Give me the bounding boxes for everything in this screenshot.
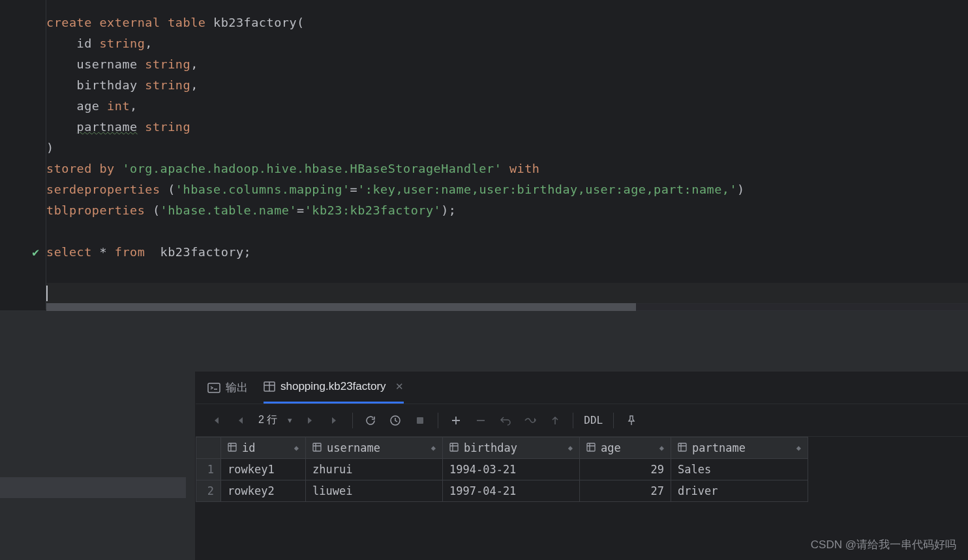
code-line[interactable]: serdeproperties ('hbase.columns.mapping'…	[46, 179, 968, 199]
add-row-button[interactable]	[445, 409, 467, 432]
column-header-age[interactable]: age◆	[580, 437, 671, 459]
cell-birthday[interactable]: 1994-03-21	[443, 459, 580, 480]
submit-button[interactable]	[519, 409, 541, 432]
code-line[interactable]: tblproperties ('hbase.table.name'='kb23:…	[46, 199, 968, 220]
code-pane[interactable]: create external table kb23factory( id st…	[46, 0, 968, 310]
code-line[interactable]: id string,	[46, 33, 968, 53]
code-token: with	[502, 162, 539, 175]
pin-button[interactable]	[620, 409, 643, 432]
code-token: kb23factory	[160, 245, 244, 259]
refresh-button[interactable]	[359, 409, 382, 432]
code-token	[138, 120, 145, 134]
column-header-username[interactable]: username◆	[306, 437, 443, 459]
cell-username[interactable]: liuwei	[306, 480, 443, 502]
code-token: =	[297, 203, 305, 217]
scrollbar-thumb[interactable]	[46, 303, 636, 311]
tab-output[interactable]: 输出	[207, 372, 248, 404]
code-token: username	[46, 57, 145, 71]
svg-rect-4	[228, 443, 236, 451]
upload-button[interactable]	[544, 409, 566, 432]
code-token: )	[737, 183, 745, 196]
dropdown-icon[interactable]: ▾	[284, 415, 296, 425]
history-button[interactable]	[384, 409, 406, 432]
code-line[interactable]	[46, 283, 968, 304]
table-row[interactable]: 1rowkey1zhurui1994-03-2129Sales	[196, 459, 808, 480]
code-token: (	[297, 16, 305, 29]
sort-icon: ◆	[294, 443, 299, 452]
next-page-button[interactable]	[299, 409, 321, 432]
code-line[interactable]: username string,	[46, 53, 968, 74]
cell-partname[interactable]: Sales	[671, 459, 808, 480]
sort-icon: ◆	[431, 443, 436, 452]
scrollbar-horizontal[interactable]	[46, 303, 968, 311]
code-token: id	[46, 37, 99, 50]
code-token: table	[168, 16, 213, 29]
result-table[interactable]: id◆username◆birthday◆age◆partname◆ 1rowk…	[196, 437, 808, 502]
cell-birthday[interactable]: 1997-04-21	[443, 480, 580, 502]
code-token: from	[115, 245, 160, 259]
column-label: username	[327, 441, 380, 454]
terminal-icon	[207, 383, 220, 393]
column-icon	[312, 443, 322, 454]
code-token: kb23factory	[213, 16, 297, 29]
cell-age[interactable]: 29	[580, 459, 671, 480]
column-label: id	[242, 441, 255, 454]
first-page-button[interactable]	[205, 409, 227, 432]
code-line[interactable]: )	[46, 137, 968, 158]
column-header-partname[interactable]: partname◆	[671, 437, 808, 459]
panel-gap	[0, 310, 968, 372]
close-icon[interactable]: ✕	[395, 381, 404, 392]
code-token: *	[99, 245, 114, 259]
code-token: string	[145, 120, 190, 134]
last-page-button[interactable]	[324, 409, 346, 432]
stop-button[interactable]	[409, 409, 431, 432]
ddl-button[interactable]: DDL	[580, 414, 607, 426]
column-icon	[586, 443, 596, 454]
column-header-id[interactable]: id◆	[221, 437, 306, 459]
result-toolbar: 2 行 ▾	[196, 404, 968, 437]
code-line[interactable]	[46, 220, 968, 241]
cell-id[interactable]: rowkey2	[221, 480, 306, 502]
cell-partname[interactable]: driver	[671, 480, 808, 502]
code-line[interactable]: select * from kb23factory;	[46, 241, 968, 262]
svg-rect-8	[678, 443, 686, 451]
code-line[interactable]	[46, 262, 968, 283]
svg-rect-0	[208, 383, 220, 392]
code-line[interactable]: age int,	[46, 95, 968, 116]
revert-button[interactable]	[494, 409, 517, 432]
column-icon	[449, 443, 459, 454]
code-line[interactable]: partname string	[46, 116, 968, 137]
tab-output-label: 输出	[226, 380, 248, 395]
cell-username[interactable]: zhurui	[306, 459, 443, 480]
code-token: serdeproperties	[46, 183, 168, 196]
svg-rect-3	[417, 417, 423, 424]
code-line[interactable]: create external table kb23factory(	[46, 12, 968, 33]
code-token: (	[153, 203, 160, 217]
column-label: birthday	[464, 441, 517, 454]
row-count-label: 2 行	[254, 413, 281, 427]
code-token: external	[99, 16, 168, 29]
editor-area: ✔ create external table kb23factory( id …	[0, 0, 968, 310]
tab-result-label: shopping.kb23factory	[280, 380, 386, 393]
code-token: int	[107, 99, 130, 113]
code-token: =	[350, 183, 358, 196]
remove-row-button[interactable]	[470, 409, 492, 432]
code-line[interactable]: stored by 'org.apache.hadoop.hive.hbase.…	[46, 158, 968, 179]
code-token: )	[441, 203, 449, 217]
column-header-birthday[interactable]: birthday◆	[443, 437, 580, 459]
code-token: 'hbase.columns.mapping'	[175, 183, 350, 196]
gutter-line: ✔	[32, 241, 39, 262]
services-sidebar[interactable]	[0, 372, 196, 560]
code-line[interactable]: birthday string,	[46, 74, 968, 95]
cell-age[interactable]: 27	[580, 480, 671, 502]
column-label: partname	[692, 441, 746, 454]
code-token: select	[46, 245, 99, 259]
row-number: 1	[196, 459, 221, 480]
svg-rect-7	[587, 443, 595, 451]
cell-id[interactable]: rowkey1	[221, 459, 306, 480]
tab-result[interactable]: shopping.kb23factory ✕	[264, 372, 404, 404]
table-row[interactable]: 2rowkey2liuwei1997-04-2127driver	[196, 480, 808, 502]
prev-page-button[interactable]	[230, 409, 252, 432]
code-token: partname	[77, 120, 138, 134]
row-number: 2	[196, 480, 221, 502]
